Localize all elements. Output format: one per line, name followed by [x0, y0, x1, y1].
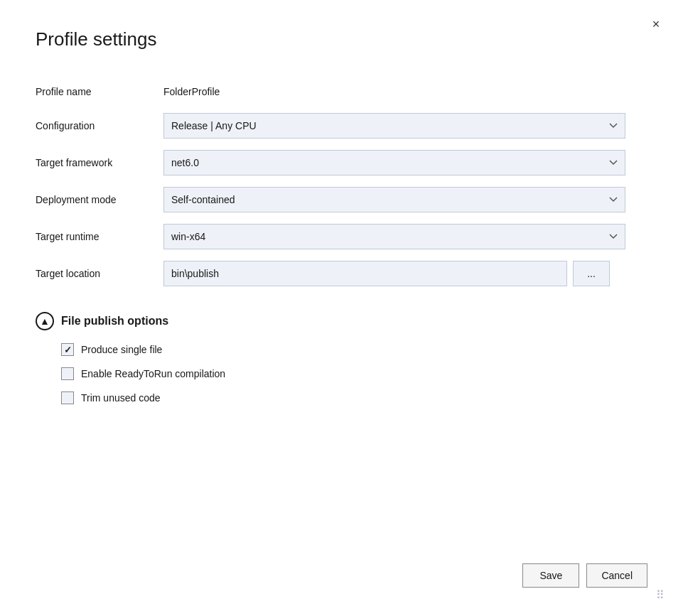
target-runtime-select[interactable]: win-x64 win-x86 linux-x64 osx-x64 — [163, 224, 625, 249]
configuration-select[interactable]: Release | Any CPU Debug | Any CPU Releas… — [163, 113, 625, 139]
target-framework-select[interactable]: net6.0 net5.0 netcoreapp3.1 — [163, 150, 625, 175]
checkmark-icon: ✓ — [64, 345, 72, 355]
checkbox-readytorun-box[interactable] — [61, 367, 74, 380]
cancel-button[interactable]: Cancel — [586, 563, 647, 588]
target-location-input[interactable] — [163, 261, 567, 286]
deployment-mode-select[interactable]: Self-contained Framework-dependent — [163, 187, 625, 212]
checkbox-group: ✓ Produce single file Enable ReadyToRun … — [36, 343, 647, 404]
target-framework-wrap: net6.0 net5.0 netcoreapp3.1 — [163, 144, 647, 181]
dialog-footer: Save Cancel — [36, 549, 647, 588]
dots-decoration: ⠿ — [656, 588, 666, 602]
target-location-wrap: ... — [163, 255, 647, 292]
save-button[interactable]: Save — [522, 563, 579, 588]
profile-name-value: FolderProfile — [163, 76, 647, 107]
target-location-label: Target location — [36, 258, 163, 289]
checkbox-produce-single-file-box[interactable]: ✓ — [61, 343, 74, 356]
file-publish-options-title: File publish options — [61, 315, 168, 328]
target-location-row: ... — [163, 261, 647, 286]
configuration-wrap: Release | Any CPU Debug | Any CPU Releas… — [163, 107, 647, 144]
checkbox-readytorun-label: Enable ReadyToRun compilation — [81, 368, 225, 379]
deployment-mode-label: Deployment mode — [36, 184, 163, 215]
dialog-title: Profile settings — [36, 28, 647, 50]
target-runtime-label: Target runtime — [36, 221, 163, 252]
checkbox-trim-unused[interactable]: Trim unused code — [61, 391, 647, 404]
close-button[interactable]: × — [646, 14, 666, 34]
checkbox-produce-single-file-label: Produce single file — [81, 344, 162, 355]
form-grid: Profile name FolderProfile Configuration… — [36, 76, 647, 292]
checkbox-trim-unused-box[interactable] — [61, 391, 74, 404]
file-publish-options-header: ▲ File publish options — [36, 312, 647, 330]
checkbox-produce-single-file[interactable]: ✓ Produce single file — [61, 343, 647, 356]
checkbox-trim-unused-label: Trim unused code — [81, 392, 161, 404]
target-runtime-wrap: win-x64 win-x86 linux-x64 osx-x64 — [163, 218, 647, 255]
target-framework-label: Target framework — [36, 147, 163, 178]
profile-name-label: Profile name — [36, 76, 163, 107]
checkbox-readytorun[interactable]: Enable ReadyToRun compilation — [61, 367, 647, 380]
collapse-button[interactable]: ▲ — [36, 312, 54, 330]
profile-settings-dialog: × Profile settings Profile name FolderPr… — [0, 0, 683, 616]
deployment-mode-wrap: Self-contained Framework-dependent — [163, 181, 647, 218]
browse-button[interactable]: ... — [573, 261, 610, 286]
configuration-label: Configuration — [36, 110, 163, 141]
